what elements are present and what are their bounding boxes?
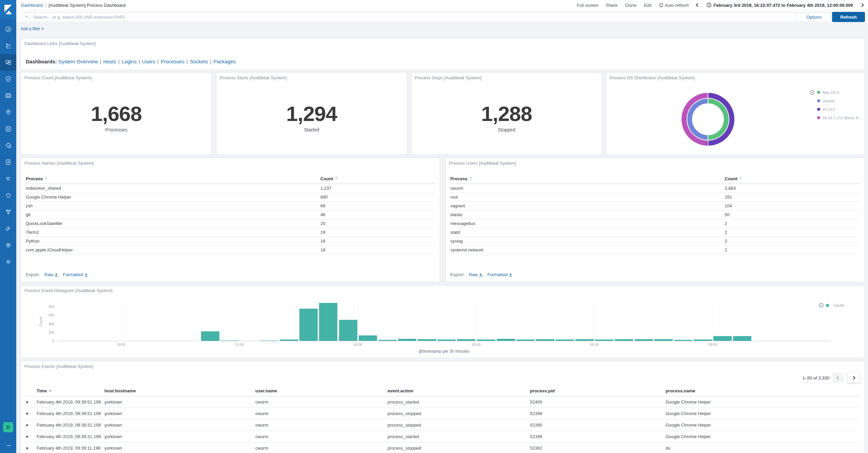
sidebar-item-machine-learning[interactable] [0, 121, 16, 137]
event-cell: process_stopped [388, 442, 530, 453]
table-row: com.apple.iCloudHelper18 [26, 246, 435, 254]
dashboard-link-processes[interactable]: Processes [161, 59, 184, 64]
event-cell: February 4th 2019, 09:39:11.198 [37, 442, 104, 453]
panel-title: Dashboard Links [Auditbeat System] [24, 41, 96, 46]
legend-toggle-icon[interactable] [819, 303, 824, 308]
event-cell: process_started [388, 431, 530, 442]
add-filter-button[interactable]: Add a filter + [21, 26, 44, 31]
clone-button[interactable]: Clone [625, 3, 636, 8]
top-menu: Full screen Share Clone Edit Auto-refres… [577, 3, 863, 8]
legend-swatch [817, 108, 820, 111]
export-raw-link[interactable]: Raw [469, 272, 483, 277]
auto-refresh-button[interactable]: Auto-refresh [659, 3, 689, 8]
y-tick-label: 800 [43, 305, 54, 309]
previous-page-button[interactable] [833, 373, 844, 383]
sidebar-item-graph[interactable] [0, 204, 16, 220]
table-cell: root [450, 193, 725, 202]
table-cell: 2 [725, 219, 860, 228]
sidebar-item-logs[interactable] [0, 154, 16, 170]
legend-item[interactable]: 18.04.1 LTS (Bionic B... [810, 114, 862, 122]
breadcrumb-dashboard-link[interactable]: Dashboard [21, 3, 43, 8]
legend-item[interactable]: Ubuntu [810, 97, 862, 105]
panel-title: Process Users [Auditbeat System] [449, 161, 516, 166]
dashboard-link-system-overview[interactable]: System Overview [58, 59, 98, 64]
column-header-process[interactable]: Process [26, 174, 320, 184]
column-header-host-hostname[interactable]: host.hostname [104, 386, 255, 396]
sidebar-item-canvas[interactable] [0, 87, 16, 104]
expand-row-icon[interactable] [26, 424, 28, 427]
sidebar-item-timelion[interactable] [0, 71, 16, 87]
edit-button[interactable]: Edit [644, 3, 651, 8]
column-header-count[interactable]: Count [320, 174, 435, 184]
column-header-time[interactable]: Time [37, 386, 104, 396]
time-range-picker[interactable]: February 3rd 2019, 16:22:07.472 to Febru… [707, 3, 853, 8]
time-back-button[interactable] [696, 3, 699, 7]
process-stops-panel: Process Stops [Auditbeat System] 1,288 S… [411, 72, 602, 155]
export-formatted-link[interactable]: Formatted [63, 272, 88, 277]
sidebar-item-visualize[interactable] [0, 38, 16, 54]
expand-sidebar-icon[interactable]: → [5, 441, 11, 448]
legend-item[interactable]: Mac OS X [810, 88, 862, 97]
table-cell: 1,237 [320, 184, 435, 193]
dashboard-link-packages[interactable]: Packages [213, 59, 236, 64]
sidebar-item-discover[interactable] [0, 21, 16, 38]
expand-row-icon[interactable] [26, 435, 28, 438]
link-separator: | [139, 59, 140, 64]
x-tick-label: 18:00 [117, 343, 125, 347]
sidebar-item-dashboard[interactable] [0, 54, 16, 71]
download-icon [479, 273, 483, 277]
share-button[interactable]: Share [606, 3, 617, 8]
sidebar-item-apm[interactable] [0, 170, 16, 187]
histogram-bar[interactable] [201, 331, 219, 341]
gridline [121, 302, 122, 341]
expand-row-icon[interactable] [26, 447, 28, 450]
time-forward-button[interactable] [860, 3, 864, 7]
graph-icon [5, 208, 12, 215]
column-header-process[interactable]: Process [450, 174, 725, 184]
column-header-count[interactable]: Count [725, 174, 860, 184]
sidebar-item-management[interactable] [0, 253, 16, 270]
dashboard-link-hosts[interactable]: Hosts [103, 59, 116, 64]
next-page-button[interactable] [848, 373, 859, 383]
os-legend: Mac OS XUbuntu10.14.218.04.1 LTS (Bionic… [810, 88, 862, 122]
column-header-event-action[interactable]: event.action [388, 386, 530, 396]
legend-swatch [817, 116, 820, 119]
legend-item[interactable]: 10.14.2 [810, 105, 862, 114]
export-formatted-link[interactable]: Formatted [487, 272, 512, 277]
full-screen-button[interactable]: Full screen [577, 3, 598, 8]
histogram-bar[interactable] [299, 309, 318, 341]
dashboard-link-logins[interactable]: Logins [122, 59, 137, 64]
table-cell: 20 [320, 219, 435, 228]
refresh-button[interactable]: Refresh [832, 12, 865, 22]
legend-toggle-icon[interactable] [810, 90, 814, 95]
query-options-button[interactable]: Options [796, 13, 831, 21]
sidebar-item-monitoring[interactable] [0, 237, 16, 253]
export-raw-link[interactable]: Raw [44, 272, 58, 277]
sidebar-item-uptime[interactable] [0, 187, 16, 204]
table-cell: 19 [320, 228, 435, 237]
sidebar-item-maps[interactable] [0, 104, 16, 121]
time-range-text: February 3rd 2019, 16:22:07.472 to Febru… [713, 3, 853, 8]
histogram-bar[interactable] [713, 336, 732, 341]
event-cell: du [666, 442, 859, 453]
dashboard-link-users[interactable]: Users [142, 59, 155, 64]
expand-row-icon[interactable] [26, 401, 28, 404]
column-header-user-name[interactable]: user.name [255, 386, 388, 396]
histogram-bar[interactable] [339, 320, 357, 341]
sidebar-item-dev-tools[interactable] [0, 220, 16, 237]
table-row: iTerm219 [26, 228, 435, 237]
kibana-logo[interactable] [0, 0, 16, 19]
column-header-process-pid[interactable]: process.pid [530, 386, 666, 396]
expand-row-icon[interactable] [26, 412, 28, 415]
sidebar-item-infrastructure[interactable] [0, 137, 16, 154]
histogram-bar[interactable] [319, 303, 337, 341]
dashboard-link-sockets[interactable]: Sockets [190, 59, 208, 64]
histogram-bar[interactable] [733, 336, 751, 341]
event-cell: yorktown [104, 396, 255, 408]
space-badge[interactable]: D [3, 422, 13, 432]
process-users-table: ProcessCountcwurm2,883root281vagrant104e… [450, 174, 860, 254]
search-input[interactable] [33, 15, 796, 20]
column-header-process-name[interactable]: process.name [666, 386, 859, 396]
gridline [594, 302, 595, 341]
histogram-bar[interactable] [359, 335, 377, 341]
